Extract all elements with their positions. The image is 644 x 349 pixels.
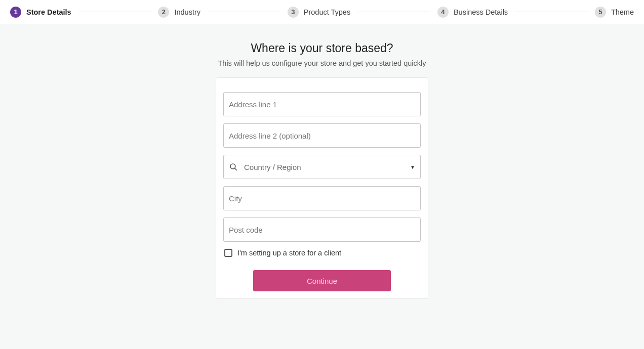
step-theme[interactable]: 5 Theme: [595, 7, 634, 18]
address-line-2-input[interactable]: [229, 124, 415, 147]
address-line-2-field[interactable]: [223, 123, 421, 148]
postcode-field[interactable]: [223, 217, 421, 242]
step-label: Store Details: [26, 8, 71, 16]
step-store-details[interactable]: 1 Store Details: [10, 7, 71, 18]
step-product-types[interactable]: 3 Product Types: [288, 7, 350, 18]
step-badge: 3: [288, 7, 299, 18]
step-label: Product Types: [304, 8, 350, 16]
address-line-1-input[interactable]: [229, 93, 415, 116]
postcode-input[interactable]: [229, 218, 415, 241]
step-connector: [208, 12, 280, 12]
page-title: Where is your store based?: [251, 41, 393, 55]
step-label: Business Details: [454, 8, 508, 16]
step-badge: 2: [158, 7, 169, 18]
step-business-details[interactable]: 4 Business Details: [437, 7, 508, 18]
client-setup-checkbox-label: I'm setting up a store for a client: [237, 249, 341, 257]
chevron-down-icon: ▼: [410, 164, 415, 170]
svg-line-1: [235, 168, 237, 170]
setup-stepper: 1 Store Details 2 Industry 3 Product Typ…: [0, 0, 644, 24]
country-region-select[interactable]: Country / Region ▼: [223, 155, 421, 179]
address-line-1-field[interactable]: [223, 92, 421, 116]
client-setup-checkbox-row[interactable]: I'm setting up a store for a client: [223, 249, 421, 257]
city-field[interactable]: [223, 186, 421, 210]
step-badge: 1: [10, 7, 21, 18]
step-connector: [78, 12, 151, 12]
checkbox-icon[interactable]: [224, 249, 232, 257]
step-connector: [357, 12, 430, 12]
step-connector: [515, 12, 588, 12]
step-industry[interactable]: 2 Industry: [158, 7, 200, 18]
svg-point-0: [230, 164, 235, 169]
search-icon: [229, 162, 238, 171]
continue-button[interactable]: Continue: [253, 270, 391, 291]
step-badge: 4: [437, 7, 449, 18]
step-label: Theme: [611, 8, 634, 16]
city-input[interactable]: [229, 187, 415, 210]
country-region-placeholder: Country / Region: [244, 163, 410, 171]
store-details-page: Where is your store based? This will hel…: [0, 24, 644, 299]
step-badge: 5: [595, 7, 606, 18]
step-label: Industry: [174, 8, 200, 16]
page-subtitle: This will help us configure your store a…: [218, 59, 426, 67]
address-form-card: Country / Region ▼ I'm setting up a stor…: [216, 77, 428, 299]
